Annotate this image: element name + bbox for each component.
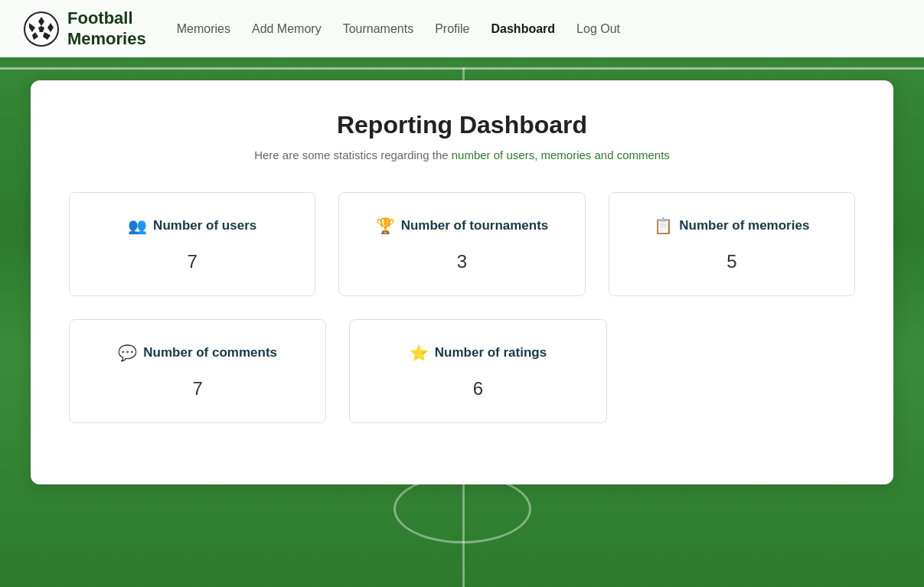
stat-value-comments: 7 bbox=[85, 378, 310, 399]
brand-link[interactable]: FootballMemories bbox=[23, 8, 146, 49]
stat-label-ratings: ⭐ Number of ratings bbox=[365, 343, 590, 363]
stats-row-1: 👥 Number of users 7 🏆 Number of tourname… bbox=[69, 192, 855, 296]
stat-value-memories: 5 bbox=[625, 251, 839, 272]
stat-card-ratings: ⭐ Number of ratings 6 bbox=[349, 319, 606, 423]
nav-links: Memories Add Memory Tournaments Profile … bbox=[177, 22, 620, 36]
stat-label-memories: 📋 Number of memories bbox=[625, 216, 839, 236]
main-content: Reporting Dashboard Here are some statis… bbox=[0, 57, 924, 523]
nav-tournaments[interactable]: Tournaments bbox=[343, 22, 414, 35]
page-subtitle: Here are some statistics regarding the n… bbox=[69, 148, 855, 161]
star-icon: ⭐ bbox=[410, 343, 429, 363]
stat-card-tournaments: 🏆 Number of tournaments 3 bbox=[338, 192, 585, 296]
subtitle-text-start: Here are some statistics regarding the bbox=[254, 148, 452, 161]
stat-card-users: 👥 Number of users 7 bbox=[69, 192, 315, 296]
brand-logo bbox=[23, 11, 60, 47]
nav-logout[interactable]: Log Out bbox=[576, 22, 620, 35]
stat-label-comments: 💬 Number of comments bbox=[85, 343, 310, 363]
stat-value-tournaments: 3 bbox=[354, 251, 569, 272]
nav-add-memory[interactable]: Add Memory bbox=[252, 22, 322, 35]
subtitle-highlight: number of users, memories and comments bbox=[452, 148, 670, 161]
stats-row-2: 💬 Number of comments 7 ⭐ Number of ratin… bbox=[69, 319, 855, 423]
stat-value-ratings: 6 bbox=[365, 378, 590, 399]
brand-title: FootballMemories bbox=[67, 8, 146, 49]
nav-memories[interactable]: Memories bbox=[177, 22, 230, 35]
memories-icon: 📋 bbox=[654, 216, 673, 236]
stat-card-memories: 📋 Number of memories 5 bbox=[609, 192, 855, 296]
stat-label-tournaments: 🏆 Number of tournaments bbox=[354, 216, 569, 236]
nav-profile[interactable]: Profile bbox=[435, 22, 469, 35]
comment-icon: 💬 bbox=[118, 343, 137, 363]
trophy-icon: 🏆 bbox=[376, 216, 395, 236]
page-title: Reporting Dashboard bbox=[69, 111, 855, 139]
navbar: FootballMemories Memories Add Memory Tou… bbox=[0, 0, 924, 57]
stat-card-comments: 💬 Number of comments 7 bbox=[69, 319, 326, 423]
nav-dashboard[interactable]: Dashboard bbox=[491, 22, 556, 35]
dashboard-card: Reporting Dashboard Here are some statis… bbox=[31, 80, 893, 484]
users-icon: 👥 bbox=[128, 216, 147, 236]
stat-value-users: 7 bbox=[85, 251, 299, 272]
stat-label-users: 👥 Number of users bbox=[85, 216, 299, 236]
